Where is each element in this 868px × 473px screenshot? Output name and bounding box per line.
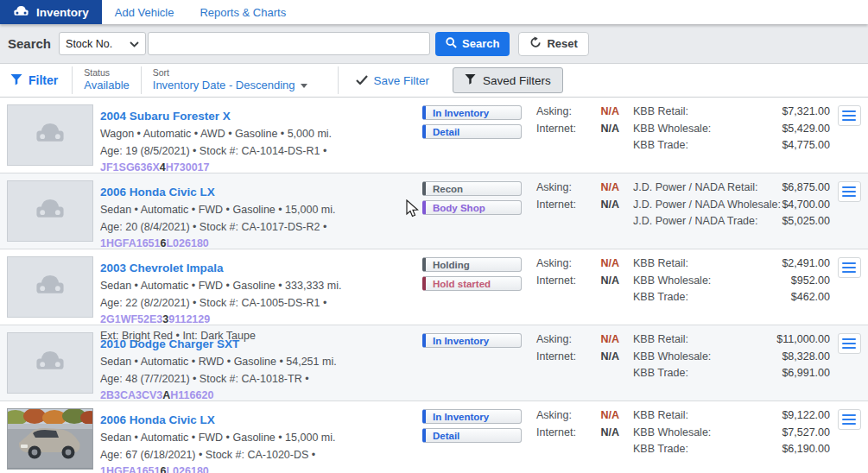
row-menu-button[interactable] [838,257,861,278]
vin-prefix: 2B3CA3CV3 [100,389,162,401]
book-value-amount: $6,190.00 [782,443,830,460]
chevron-down-icon [130,38,139,50]
book-value-label: J.D. Power / NADA Trade: [633,215,758,232]
saved-filters-label: Saved Filters [483,74,551,87]
vehicle-row-right: Holding Hold started Asking:N/A Internet… [422,249,868,325]
book-value-amount: $6,991.00 [782,367,830,384]
internet-label: Internet: [536,123,576,135]
vehicle-title-link[interactable]: 2006 Honda Civic LX [100,184,215,202]
search-category-select[interactable]: Stock No. [59,32,146,55]
vehicle-thumbnail[interactable] [7,332,93,394]
car-placeholder-icon [35,198,66,224]
book-value-label: KBB Wholesale: [633,274,711,292]
status-badge[interactable]: In Inventory [422,409,522,424]
vehicle-thumbnail[interactable] [7,180,93,242]
vin-prefix: 2G1WF52E3 [100,313,162,325]
book-values-block: KBB Retail:$11,000.00 KBB Wholesale:$8,3… [633,333,830,400]
sort-filter[interactable]: Sort Inventory Date - Descending [141,66,319,94]
vehicle-thumbnail[interactable] [7,408,93,470]
vehicle-row-right: In Inventory Asking:N/A Internet:N/A KBB… [422,325,868,400]
internet-value: N/A [600,426,619,438]
vehicle-row-right: Recon Body Shop Asking:N/A Internet:N/A … [422,173,868,249]
status-badge[interactable]: Recon [422,181,522,196]
car-placeholder-icon [35,350,66,376]
vehicle-specs: Wagon • Automatic • AWD • Gasoline • 5,0… [100,126,422,142]
vin-suffix: L026180 [166,465,208,473]
age-stock-text: Age: 48 (7/7/2021) • Stock #: CA-1018-TR… [100,373,309,385]
vehicle-info: 2006 Honda Civic LX Sedan • Automatic • … [100,401,422,473]
vehicle-specs: Sedan • Automatic • FWD • Gasoline • 333… [100,278,422,294]
book-value-label: KBB Trade: [633,139,688,156]
row-menu-button[interactable] [838,105,861,126]
row-menu-button[interactable] [838,181,861,202]
status-badge[interactable]: Body Shop [422,200,522,215]
vehicle-info: 2003 Chevrolet Impala Sedan • Automatic … [100,249,422,325]
price-asking-block: Asking:N/A Internet:N/A [536,409,619,473]
internet-value: N/A [600,199,619,211]
status-badge[interactable]: Holding [422,257,522,272]
vehicle-thumbnail[interactable] [7,104,93,166]
table-row: 2003 Chevrolet Impala Sedan • Automatic … [0,249,868,325]
row-menu-col [830,257,868,325]
vehicle-specs: Sedan • Automatic • RWD • Gasoline • 54,… [100,354,422,370]
vehicle-thumbnail[interactable] [7,256,93,318]
vin-link[interactable]: 2B3CA3CV3AH116620 [100,389,213,401]
vehicle-info: 2004 Subaru Forester X Wagon • Automatic… [100,98,422,173]
funnel-icon [465,73,476,87]
saved-filters-button[interactable]: Saved Filters [453,67,563,93]
search-button[interactable]: Search [435,32,510,56]
top-nav: Inventory Add Vehicle Reports & Charts [0,0,868,24]
reset-button-label: Reset [547,37,577,50]
book-value-label: KBB Retail: [633,333,688,350]
status-badge[interactable]: Hold started [422,276,522,291]
row-menu-button[interactable] [838,409,861,430]
book-value-amount: $5,025.00 [782,215,830,232]
vehicle-title-link[interactable]: 2010 Dodge Charger SXT [100,336,239,354]
nav-reports-charts[interactable]: Reports & Charts [187,0,299,24]
search-button-label: Search [462,37,499,50]
book-values-block: KBB Retail:$9,122.00 KBB Wholesale:$7,52… [633,409,830,473]
asking-value: N/A [600,257,619,269]
row-menu-col [830,105,868,173]
book-value-amount: $462.00 [791,291,830,308]
filter-button[interactable]: Filter [5,73,72,88]
vin-prefix: 1HGFA1651 [100,465,160,473]
status-badge[interactable]: In Inventory [422,333,522,348]
sort-value-text: Inventory Date - Descending [153,79,295,93]
reset-button[interactable]: Reset [518,32,588,56]
status-label: Status [84,67,130,79]
age-stock-text: Age: 19 (8/5/2021) • Stock #: CA-1014-DS… [100,145,326,157]
filter-bar: Filter Status Available Sort Inventory D… [0,64,868,98]
status-filter[interactable]: Status Available [72,66,141,94]
car-placeholder-icon [35,122,66,148]
book-value-amount: $8,328.00 [782,350,830,368]
tab-inventory[interactable]: Inventory [0,0,102,24]
row-menu-button[interactable] [838,333,861,354]
book-value-amount: $4,775.00 [782,139,830,156]
vehicle-title-link[interactable]: 2003 Chevrolet Impala [100,260,224,278]
nav-add-vehicle[interactable]: Add Vehicle [102,0,187,24]
price-asking-block: Asking:N/A Internet:N/A [536,257,619,325]
vin-link[interactable]: JF1SG636X4H730017 [100,161,210,173]
tab-inventory-label: Inventory [36,6,89,19]
status-badge[interactable]: Detail [422,124,522,139]
book-value-label: KBB Retail: [633,257,688,274]
status-badge[interactable]: Detail [422,428,522,443]
internet-value: N/A [600,350,619,363]
asking-label: Asking: [536,333,572,345]
vin-link[interactable]: 2G1WF52E339112129 [100,313,210,325]
vin-link[interactable]: 1HGFA16516L026180 [100,237,209,249]
vehicle-title-link[interactable]: 2006 Honda Civic LX [100,412,215,430]
filter-button-label: Filter [29,73,58,87]
book-values-block: J.D. Power / NADA Retail:$6,875.00 J.D. … [633,181,830,249]
vin-link[interactable]: 1HGFA16516L026180 [100,465,209,473]
status-badge[interactable]: In Inventory [422,105,522,120]
internet-value: N/A [600,123,619,135]
search-input[interactable] [148,32,430,55]
vehicle-photo [7,408,93,470]
save-filter-button[interactable]: Save Filter [338,66,430,94]
internet-label: Internet: [536,274,576,287]
vehicle-title-link[interactable]: 2004 Subaru Forester X [100,108,231,126]
book-value-label: KBB Wholesale: [633,123,711,140]
vin-suffix: H116620 [170,389,213,401]
